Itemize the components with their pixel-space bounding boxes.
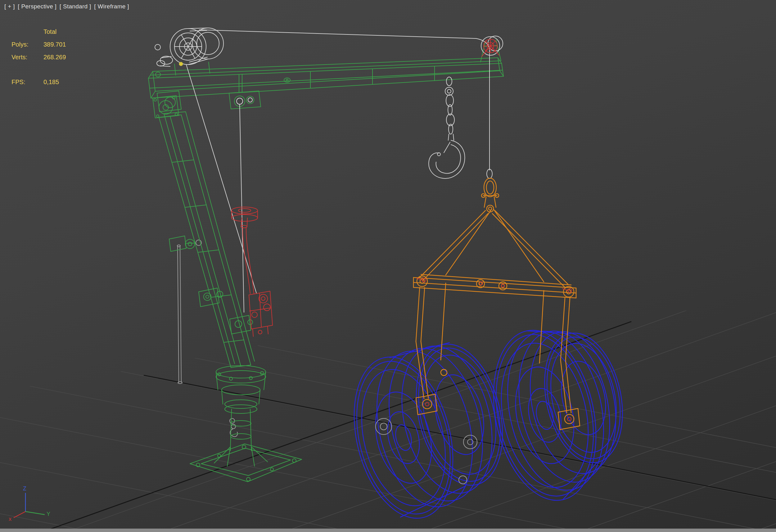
crane-wireframe[interactable] [148,40,504,482]
viewport-canvas[interactable] [0,0,776,532]
viewport-general-menu[interactable]: [ + ] [4,3,15,10]
axis-z-label: Z [23,486,26,492]
axis-y-line [25,512,45,515]
verts-value: 268.269 [43,54,66,60]
fps-value: 0,185 [43,78,59,85]
axis-y-label: Y [46,511,50,517]
bottom-edge-strip [0,529,776,532]
3d-viewport[interactable]: [ + ] [ Perspective ] [ Standard ] [ Wir… [0,0,776,532]
hoist-cable [199,30,476,38]
hook-wireframe[interactable] [429,77,465,178]
fps-label: FPS: [11,76,43,88]
ground-grid [0,279,776,532]
barrel-clamp-wireframe[interactable] [413,178,580,429]
stats-fps-row: FPS:0,185 [11,76,66,88]
axis-x-label: x [9,516,11,521]
winch-indicator-dot [179,62,183,66]
axis-x-line [14,512,25,518]
viewport-shading-menu[interactable]: [ Wireframe ] [94,3,129,10]
polys-value: 389.701 [43,41,66,48]
world-axis-gizmo: Z x Y [7,484,54,521]
viewport-style-menu[interactable]: [ Standard ] [59,3,91,10]
viewport-pov-menu[interactable]: [ Perspective ] [18,3,56,10]
stats-verts-row: Verts:268.269 [11,51,66,64]
red-fittings-wireframe[interactable] [231,39,499,336]
stats-header-row: Total [11,25,66,38]
viewport-label: [ + ] [ Perspective ] [ Standard ] [ Wir… [4,3,130,10]
verts-label: Verts: [11,51,43,64]
stats-polys-row: Polys:389.701 [11,38,66,51]
polys-label: Polys: [11,38,43,51]
statistics-overlay: Total Polys:389.701 Verts:268.269 FPS:0,… [11,25,66,88]
stats-total-header: Total [43,28,56,35]
